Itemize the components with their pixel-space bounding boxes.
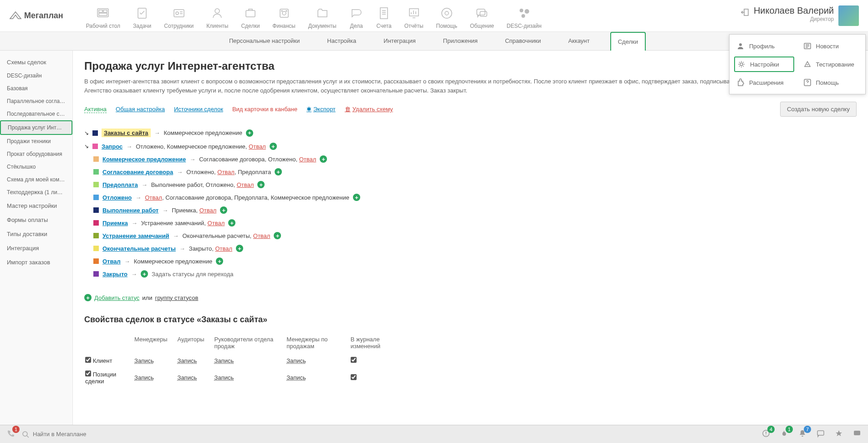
nav-clients[interactable]: Клиенты (206, 4, 228, 31)
status-name[interactable]: Запрос (102, 143, 123, 150)
menu-profile[interactable]: Профиль (734, 39, 794, 53)
record-link[interactable]: Запись (178, 357, 197, 364)
subnav-setup[interactable]: Настройка (320, 32, 363, 50)
nav-affairs[interactable]: Дела (349, 4, 364, 31)
add-transition-button[interactable]: + (274, 232, 281, 239)
chat-footer-icon[interactable] (853, 429, 861, 430)
add-transition-button[interactable]: + (246, 129, 253, 137)
nav-chat[interactable]: Общение (470, 4, 494, 31)
alert-icon[interactable]: 4 (762, 429, 770, 430)
transition[interactable]: Коммерческое предложение (167, 143, 245, 150)
subnav-account[interactable]: Аккаунт (562, 32, 597, 50)
nav-employees[interactable]: Сотрудники (164, 4, 194, 31)
transition[interactable]: Отложено (268, 156, 296, 163)
status-name[interactable]: Согласование договора (102, 169, 173, 175)
transition[interactable]: Отложено (186, 169, 214, 175)
menu-settings[interactable]: Настройки (734, 57, 794, 72)
sidebar-item-rental[interactable]: Прокат оборудования (0, 148, 72, 160)
add-transition-button[interactable]: + (257, 181, 265, 188)
status-name[interactable]: Приемка (102, 220, 128, 227)
tab-export[interactable]: ✱Экспорт (306, 106, 336, 113)
menu-testing[interactable]: Тестирование (801, 57, 861, 72)
add-transition-button[interactable]: + (236, 245, 243, 252)
tab-active[interactable]: Активна (84, 106, 107, 113)
record-link[interactable]: Запись (134, 357, 154, 364)
transition[interactable]: Приемка (172, 207, 196, 214)
record-link[interactable]: Запись (178, 374, 197, 381)
status-name[interactable]: Закрыто (102, 271, 128, 278)
sidebar-item-basic[interactable]: Базовая (0, 82, 72, 95)
sidebar-item-sequential[interactable]: Последовательное соглас... (0, 108, 72, 120)
subnav-refs[interactable]: Справочники (498, 32, 548, 50)
sidebar-item-parallel[interactable]: Параллельное согласование (0, 95, 72, 108)
menu-help[interactable]: Помощь (801, 76, 861, 89)
status-name[interactable]: Коммерческое предложение (102, 156, 186, 163)
sidebar-item-sales[interactable]: Продажи техники (0, 135, 72, 148)
add-transition-button[interactable]: + (141, 270, 148, 278)
nav-finance[interactable]: Финансы (272, 4, 295, 31)
tab-delete[interactable]: 🗑Удалить схему (345, 106, 393, 113)
nav-reports[interactable]: Отчёты (404, 4, 424, 31)
sidebar-item-support[interactable]: Техподдержка (1 линия) (0, 186, 72, 199)
add-status-link[interactable]: Добавить статус (94, 294, 139, 301)
status-name[interactable]: Отложено (102, 194, 132, 201)
set-statuses-text[interactable]: Задать статусы для перехода (152, 271, 234, 278)
add-transition-button[interactable]: + (353, 194, 360, 201)
transition[interactable]: Отложено (206, 181, 234, 188)
message-icon[interactable] (817, 429, 825, 430)
transition[interactable]: Коммерческое предложение (271, 194, 349, 201)
status-name[interactable]: Предоплата (102, 181, 138, 188)
sidebar-header-delivery[interactable]: Типы доставки (0, 227, 72, 241)
add-status-plus[interactable]: + (84, 294, 92, 301)
logout-icon[interactable] (741, 5, 749, 18)
transition-red[interactable]: Отвал (145, 194, 162, 201)
user-info[interactable]: Николаев Валерий Директор (754, 5, 834, 22)
transition[interactable]: Устранение замечаний (141, 220, 204, 227)
menu-news[interactable]: Новости (801, 39, 861, 53)
tab-general[interactable]: Общая настройка (116, 106, 165, 113)
transition[interactable]: Коммерческое предложение (134, 258, 212, 265)
transition[interactable]: Согласование договора (165, 194, 231, 201)
sidebar-item-glass[interactable]: Стёклышко (0, 160, 72, 173)
transition[interactable]: Выполнение работ (151, 181, 203, 188)
subnav-apps[interactable]: Приложения (436, 32, 485, 50)
transition-red[interactable]: Отвал (208, 220, 225, 227)
transition[interactable]: Согласование договора (199, 156, 265, 163)
transition-red[interactable]: Отвал (199, 207, 217, 214)
logo[interactable]: Мегаплан (9, 4, 63, 21)
bell-icon[interactable]: 7 (798, 429, 807, 430)
sidebar-item-internet[interactable]: Продажа услуг Интернет-аге... (0, 120, 72, 135)
nav-desc[interactable]: DESC-дизайн (507, 4, 542, 31)
add-transition-button[interactable]: + (228, 219, 235, 227)
nav-docs[interactable]: Документы (308, 4, 337, 31)
avatar[interactable] (838, 5, 859, 26)
add-transition-button[interactable]: + (275, 168, 282, 175)
transition[interactable]: Предоплата (238, 169, 271, 175)
tab-sources[interactable]: Источники сделок (174, 106, 223, 113)
tab-kanban[interactable]: Вид карточки в канбане (232, 106, 297, 113)
status-name[interactable]: Устранение замечаний (102, 232, 169, 239)
nav-help[interactable]: Помощь (436, 4, 457, 31)
sidebar-header-wizard[interactable]: Мастер настройки (0, 199, 72, 213)
sidebar-header-schemes[interactable]: Схемы сделок (0, 55, 72, 69)
record-link[interactable]: Запись (134, 374, 154, 381)
sidebar-item-mycompany[interactable]: Схема для моей компании (0, 173, 72, 186)
add-transition-button[interactable]: + (320, 155, 327, 163)
transition[interactable]: Предоплата (234, 194, 267, 201)
transition[interactable]: Закрыто (189, 245, 212, 252)
sidebar-header-import[interactable]: Импорт заказов (0, 255, 72, 269)
phone-icon[interactable]: 1 (7, 429, 15, 430)
row-checkbox[interactable] (85, 371, 91, 376)
add-transition-button[interactable]: + (220, 206, 227, 214)
transition-red[interactable]: Отвал (215, 245, 232, 252)
row-checkbox[interactable] (85, 357, 91, 363)
star-icon[interactable] (835, 429, 843, 430)
add-group-link[interactable]: группу статусов (155, 294, 198, 301)
subnav-integration[interactable]: Интеграция (377, 32, 423, 50)
transition[interactable]: Окончательные расчеты (182, 232, 250, 239)
record-link[interactable]: Запись (214, 374, 234, 381)
sidebar-header-payment[interactable]: Формы оплаты (0, 213, 72, 227)
status-name[interactable]: Отвал (102, 258, 121, 265)
transition[interactable]: Коммерческое предложение (164, 129, 242, 136)
transition[interactable]: Отложено (136, 143, 163, 150)
